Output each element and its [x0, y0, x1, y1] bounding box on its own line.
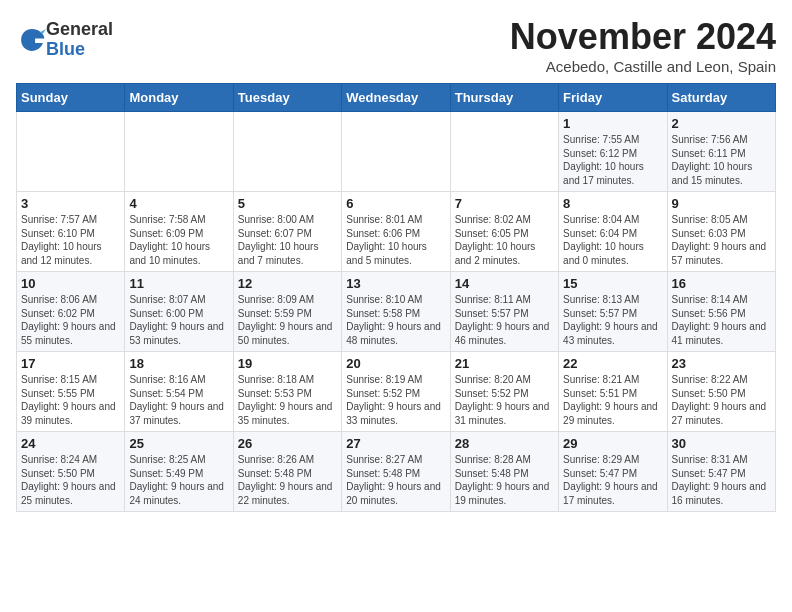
day-number: 10: [21, 276, 120, 291]
day-number: 1: [563, 116, 662, 131]
day-info: Sunrise: 8:31 AM Sunset: 5:47 PM Dayligh…: [672, 453, 771, 507]
day-cell: 8Sunrise: 8:04 AM Sunset: 6:04 PM Daylig…: [559, 192, 667, 272]
day-number: 7: [455, 196, 554, 211]
day-cell: 4Sunrise: 7:58 AM Sunset: 6:09 PM Daylig…: [125, 192, 233, 272]
day-info: Sunrise: 8:14 AM Sunset: 5:56 PM Dayligh…: [672, 293, 771, 347]
day-cell: 22Sunrise: 8:21 AM Sunset: 5:51 PM Dayli…: [559, 352, 667, 432]
col-sunday: Sunday: [17, 84, 125, 112]
day-number: 9: [672, 196, 771, 211]
day-info: Sunrise: 8:16 AM Sunset: 5:54 PM Dayligh…: [129, 373, 228, 427]
day-info: Sunrise: 8:26 AM Sunset: 5:48 PM Dayligh…: [238, 453, 337, 507]
week-row-4: 24Sunrise: 8:24 AM Sunset: 5:50 PM Dayli…: [17, 432, 776, 512]
col-saturday: Saturday: [667, 84, 775, 112]
location-subtitle: Acebedo, Castille and Leon, Spain: [510, 58, 776, 75]
day-cell: 27Sunrise: 8:27 AM Sunset: 5:48 PM Dayli…: [342, 432, 450, 512]
day-cell: 19Sunrise: 8:18 AM Sunset: 5:53 PM Dayli…: [233, 352, 341, 432]
day-cell: 6Sunrise: 8:01 AM Sunset: 6:06 PM Daylig…: [342, 192, 450, 272]
day-number: 27: [346, 436, 445, 451]
day-cell: 17Sunrise: 8:15 AM Sunset: 5:55 PM Dayli…: [17, 352, 125, 432]
day-info: Sunrise: 8:05 AM Sunset: 6:03 PM Dayligh…: [672, 213, 771, 267]
day-cell: 7Sunrise: 8:02 AM Sunset: 6:05 PM Daylig…: [450, 192, 558, 272]
day-cell: 25Sunrise: 8:25 AM Sunset: 5:49 PM Dayli…: [125, 432, 233, 512]
day-info: Sunrise: 8:00 AM Sunset: 6:07 PM Dayligh…: [238, 213, 337, 267]
day-number: 15: [563, 276, 662, 291]
logo-icon: [18, 26, 46, 54]
day-cell: 9Sunrise: 8:05 AM Sunset: 6:03 PM Daylig…: [667, 192, 775, 272]
day-number: 17: [21, 356, 120, 371]
day-info: Sunrise: 8:19 AM Sunset: 5:52 PM Dayligh…: [346, 373, 445, 427]
day-number: 23: [672, 356, 771, 371]
day-info: Sunrise: 8:20 AM Sunset: 5:52 PM Dayligh…: [455, 373, 554, 427]
day-info: Sunrise: 8:25 AM Sunset: 5:49 PM Dayligh…: [129, 453, 228, 507]
day-info: Sunrise: 7:56 AM Sunset: 6:11 PM Dayligh…: [672, 133, 771, 187]
day-number: 19: [238, 356, 337, 371]
day-cell: 2Sunrise: 7:56 AM Sunset: 6:11 PM Daylig…: [667, 112, 775, 192]
day-number: 25: [129, 436, 228, 451]
day-info: Sunrise: 8:07 AM Sunset: 6:00 PM Dayligh…: [129, 293, 228, 347]
day-info: Sunrise: 8:27 AM Sunset: 5:48 PM Dayligh…: [346, 453, 445, 507]
day-number: 26: [238, 436, 337, 451]
day-number: 22: [563, 356, 662, 371]
day-info: Sunrise: 8:11 AM Sunset: 5:57 PM Dayligh…: [455, 293, 554, 347]
day-number: 12: [238, 276, 337, 291]
title-area: November 2024 Acebedo, Castille and Leon…: [510, 16, 776, 75]
day-number: 18: [129, 356, 228, 371]
day-cell: 10Sunrise: 8:06 AM Sunset: 6:02 PM Dayli…: [17, 272, 125, 352]
logo: General Blue: [16, 20, 113, 60]
week-row-3: 17Sunrise: 8:15 AM Sunset: 5:55 PM Dayli…: [17, 352, 776, 432]
day-number: 11: [129, 276, 228, 291]
day-cell: 24Sunrise: 8:24 AM Sunset: 5:50 PM Dayli…: [17, 432, 125, 512]
calendar-table: Sunday Monday Tuesday Wednesday Thursday…: [16, 83, 776, 512]
week-row-0: 1Sunrise: 7:55 AM Sunset: 6:12 PM Daylig…: [17, 112, 776, 192]
col-wednesday: Wednesday: [342, 84, 450, 112]
day-info: Sunrise: 8:21 AM Sunset: 5:51 PM Dayligh…: [563, 373, 662, 427]
header-row: Sunday Monday Tuesday Wednesday Thursday…: [17, 84, 776, 112]
col-monday: Monday: [125, 84, 233, 112]
day-cell: [125, 112, 233, 192]
day-cell: 23Sunrise: 8:22 AM Sunset: 5:50 PM Dayli…: [667, 352, 775, 432]
day-cell: 11Sunrise: 8:07 AM Sunset: 6:00 PM Dayli…: [125, 272, 233, 352]
logo-text: General Blue: [46, 20, 113, 60]
day-info: Sunrise: 8:29 AM Sunset: 5:47 PM Dayligh…: [563, 453, 662, 507]
day-info: Sunrise: 7:57 AM Sunset: 6:10 PM Dayligh…: [21, 213, 120, 267]
day-cell: 12Sunrise: 8:09 AM Sunset: 5:59 PM Dayli…: [233, 272, 341, 352]
header: General Blue November 2024 Acebedo, Cast…: [16, 16, 776, 75]
day-number: 3: [21, 196, 120, 211]
logo-blue-text: Blue: [46, 40, 113, 60]
day-cell: 21Sunrise: 8:20 AM Sunset: 5:52 PM Dayli…: [450, 352, 558, 432]
day-info: Sunrise: 8:04 AM Sunset: 6:04 PM Dayligh…: [563, 213, 662, 267]
day-cell: 1Sunrise: 7:55 AM Sunset: 6:12 PM Daylig…: [559, 112, 667, 192]
day-cell: 18Sunrise: 8:16 AM Sunset: 5:54 PM Dayli…: [125, 352, 233, 432]
day-number: 13: [346, 276, 445, 291]
day-cell: 14Sunrise: 8:11 AM Sunset: 5:57 PM Dayli…: [450, 272, 558, 352]
day-number: 16: [672, 276, 771, 291]
day-info: Sunrise: 8:09 AM Sunset: 5:59 PM Dayligh…: [238, 293, 337, 347]
day-number: 30: [672, 436, 771, 451]
day-number: 24: [21, 436, 120, 451]
week-row-2: 10Sunrise: 8:06 AM Sunset: 6:02 PM Dayli…: [17, 272, 776, 352]
day-cell: 26Sunrise: 8:26 AM Sunset: 5:48 PM Dayli…: [233, 432, 341, 512]
day-cell: [233, 112, 341, 192]
day-number: 5: [238, 196, 337, 211]
day-number: 21: [455, 356, 554, 371]
day-cell: 29Sunrise: 8:29 AM Sunset: 5:47 PM Dayli…: [559, 432, 667, 512]
day-info: Sunrise: 8:13 AM Sunset: 5:57 PM Dayligh…: [563, 293, 662, 347]
day-cell: 15Sunrise: 8:13 AM Sunset: 5:57 PM Dayli…: [559, 272, 667, 352]
col-friday: Friday: [559, 84, 667, 112]
day-number: 14: [455, 276, 554, 291]
day-number: 29: [563, 436, 662, 451]
day-number: 20: [346, 356, 445, 371]
day-info: Sunrise: 7:55 AM Sunset: 6:12 PM Dayligh…: [563, 133, 662, 187]
day-number: 2: [672, 116, 771, 131]
col-tuesday: Tuesday: [233, 84, 341, 112]
day-info: Sunrise: 8:15 AM Sunset: 5:55 PM Dayligh…: [21, 373, 120, 427]
week-row-1: 3Sunrise: 7:57 AM Sunset: 6:10 PM Daylig…: [17, 192, 776, 272]
day-number: 6: [346, 196, 445, 211]
day-info: Sunrise: 8:02 AM Sunset: 6:05 PM Dayligh…: [455, 213, 554, 267]
day-info: Sunrise: 8:18 AM Sunset: 5:53 PM Dayligh…: [238, 373, 337, 427]
day-info: Sunrise: 8:01 AM Sunset: 6:06 PM Dayligh…: [346, 213, 445, 267]
day-cell: [17, 112, 125, 192]
day-cell: 3Sunrise: 7:57 AM Sunset: 6:10 PM Daylig…: [17, 192, 125, 272]
day-number: 4: [129, 196, 228, 211]
day-info: Sunrise: 8:06 AM Sunset: 6:02 PM Dayligh…: [21, 293, 120, 347]
